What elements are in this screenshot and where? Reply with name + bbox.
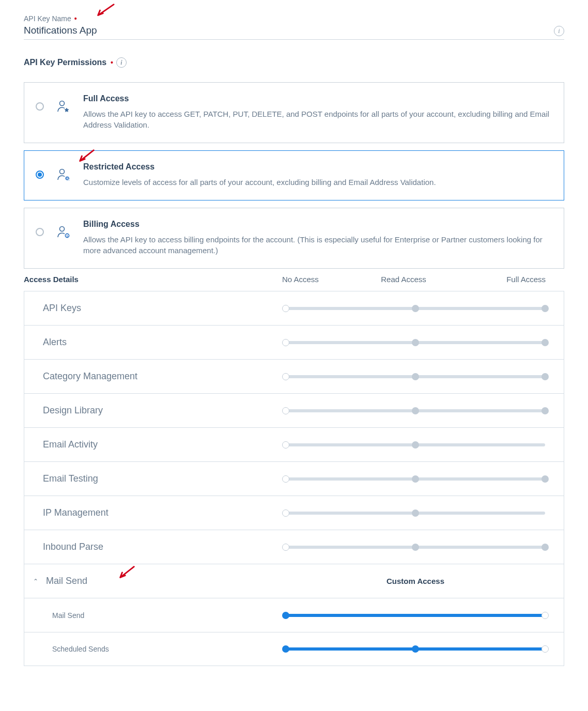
access-row-api-keys: API Keys <box>24 291 564 325</box>
access-row-email-activity: Email Activity <box>24 427 564 461</box>
svg-point-2 <box>66 177 68 179</box>
access-row-mail-send[interactable]: ⌃ Mail Send Custom Access <box>24 564 564 598</box>
permission-title: Full Access <box>83 94 552 103</box>
access-row-email-testing: Email Testing <box>24 461 564 496</box>
access-details-title: Access Details <box>24 275 282 284</box>
access-row-inbound: Inbound Parse <box>24 530 564 564</box>
access-row-ip: IP Management <box>24 496 564 530</box>
column-read-access: Read Access <box>363 275 465 284</box>
custom-access-label: Custom Access <box>286 577 564 585</box>
access-slider[interactable] <box>286 441 564 449</box>
user-gear-icon <box>56 167 71 182</box>
access-slider[interactable] <box>286 339 564 346</box>
user-star-icon <box>56 99 71 114</box>
svg-text:$: $ <box>66 235 68 238</box>
access-slider[interactable] <box>286 407 564 414</box>
column-full-access: Full Access <box>465 275 564 284</box>
api-key-name-label: API Key Name • <box>24 14 564 23</box>
radio-full-access[interactable] <box>36 102 44 111</box>
access-slider[interactable] <box>286 373 564 380</box>
access-slider[interactable] <box>286 612 564 619</box>
permissions-title: API Key Permissions• i <box>24 57 564 68</box>
svg-point-3 <box>60 227 65 231</box>
permission-title: Billing Access <box>83 220 552 229</box>
info-icon[interactable]: i <box>116 57 127 68</box>
column-no-access: No Access <box>282 275 363 284</box>
access-slider[interactable] <box>286 475 564 483</box>
access-rows: API Keys Alerts Category Management <box>24 291 564 666</box>
access-row-category: Category Management <box>24 359 564 393</box>
access-row-design: Design Library <box>24 393 564 427</box>
permission-desc: Allows the API key to access billing end… <box>83 234 552 256</box>
permission-option-full[interactable]: Full Access Allows the API key to access… <box>24 82 564 143</box>
access-slider[interactable] <box>286 544 564 551</box>
permission-desc: Allows the API key to access GET, PATCH,… <box>83 109 552 130</box>
access-subrow-mail-send: Mail Send <box>24 598 564 632</box>
radio-billing-access[interactable] <box>36 228 44 236</box>
permission-option-billing[interactable]: $ Billing Access Allows the API key to a… <box>24 208 564 269</box>
radio-restricted-access[interactable] <box>36 171 44 179</box>
svg-point-0 <box>60 101 65 106</box>
access-row-alerts: Alerts <box>24 325 564 359</box>
required-dot-icon: • <box>72 14 77 23</box>
user-dollar-icon: $ <box>56 225 71 239</box>
access-slider[interactable] <box>286 645 564 653</box>
permission-title: Restricted Access <box>83 162 552 172</box>
access-slider[interactable] <box>286 509 564 517</box>
access-subrow-scheduled-sends: Scheduled Sends <box>24 632 564 666</box>
api-key-name-input[interactable]: Notifications App <box>24 25 97 36</box>
access-slider[interactable] <box>286 305 564 312</box>
info-icon[interactable]: i <box>554 26 564 36</box>
permission-option-restricted[interactable]: Restricted Access Customize levels of ac… <box>24 150 564 200</box>
svg-point-1 <box>60 169 65 174</box>
chevron-up-icon[interactable]: ⌃ <box>32 578 40 585</box>
required-dot-icon: • <box>111 58 113 67</box>
permission-desc: Customize levels of access for all parts… <box>83 177 552 188</box>
